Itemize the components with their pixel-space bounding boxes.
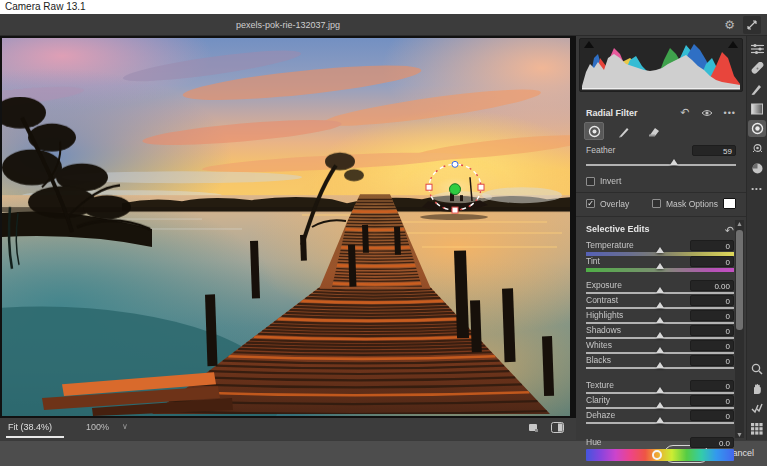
gizmo-handle-top [452, 161, 458, 167]
graduated-filter-tool-icon[interactable] [748, 100, 766, 117]
slider-value[interactable]: 0 [690, 380, 734, 391]
histogram[interactable] [579, 38, 743, 92]
slider-value[interactable]: 0.0 [690, 437, 734, 448]
slider-value[interactable]: 0 [690, 355, 734, 366]
slider-thumb[interactable] [656, 263, 664, 269]
chevron-down-icon[interactable]: ∨ [122, 422, 128, 431]
overlay-checkbox[interactable]: ✓ [586, 199, 595, 208]
more-options-icon[interactable]: ••• [724, 108, 736, 118]
slider-track[interactable] [586, 307, 734, 309]
slider-thumb[interactable] [652, 450, 662, 460]
fullscreen-icon[interactable] [743, 16, 761, 34]
adjustment-slider-row: Texture 0 [586, 380, 734, 395]
slider-value[interactable]: 0 [690, 340, 734, 351]
edit-tool-icon[interactable] [748, 40, 766, 57]
slider-value[interactable]: 0 [690, 410, 734, 421]
reset-icon[interactable]: ↶ [680, 106, 689, 119]
adjustment-slider-row: Blacks 0 [586, 355, 734, 370]
slider-track[interactable] [586, 392, 734, 394]
slider-thumb[interactable] [656, 362, 664, 368]
slider-thumb[interactable] [656, 287, 664, 293]
slider-label: Shadows [586, 325, 621, 335]
panel-scrollbar[interactable]: ▲ ▼ [735, 220, 744, 438]
slider-value[interactable]: 0 [690, 325, 734, 336]
mask-color-swatch[interactable] [723, 198, 736, 209]
slider-value[interactable]: 0 [690, 240, 734, 251]
slider-label: Clarity [586, 395, 610, 405]
invert-checkbox[interactable] [586, 177, 595, 186]
red-eye-tool-icon[interactable] [748, 140, 766, 157]
slider-track[interactable] [586, 337, 734, 339]
radial-filter-tool-icon[interactable] [748, 120, 766, 137]
selective-edits-section: Selective Edits ↶ Temperature 0 Tint 0 E… [576, 218, 746, 440]
slider-track[interactable] [586, 422, 734, 424]
preview-preferences-icon[interactable] [528, 423, 539, 433]
reset-icon[interactable]: ↶ [725, 224, 734, 237]
radial-filter-title: Radial Filter [586, 108, 638, 118]
slider-value[interactable]: 0 [690, 310, 734, 321]
slider-track[interactable] [586, 268, 734, 272]
slider-track[interactable] [586, 292, 734, 294]
eye-icon[interactable] [701, 109, 713, 117]
feather-value[interactable]: 59 [692, 145, 736, 156]
gear-icon[interactable]: ⚙ [724, 14, 735, 36]
adjustment-slider-row: Exposure 0.00 [586, 280, 734, 295]
scrollbar-thumb[interactable] [736, 230, 743, 330]
sampler-tool-icon[interactable] [748, 400, 766, 417]
zoom-tool-icon[interactable] [748, 360, 766, 377]
gizmo-handle-left [426, 184, 432, 190]
slider-track[interactable] [586, 367, 734, 369]
slider-thumb[interactable] [656, 247, 664, 253]
presets-tool-icon[interactable] [748, 160, 766, 177]
adjustment-slider-row: Shadows 0 [586, 325, 734, 340]
slider-value[interactable]: 0.00 [690, 280, 734, 291]
adjustment-slider-row: Highlights 0 [586, 310, 734, 325]
zoom-toolbar: Fit (38.4%) 100% ∨ [0, 418, 576, 440]
slider-thumb[interactable] [656, 347, 664, 353]
slider-label: Temperature [586, 240, 634, 250]
slider-value[interactable]: 0 [690, 256, 734, 267]
fit-selected-underline [6, 436, 64, 438]
slider-label: Tint [586, 256, 600, 266]
scroll-up-icon[interactable]: ▲ [735, 220, 744, 227]
adjustment-slider-row: Dehaze 0 [586, 410, 734, 425]
radial-new-tool-button[interactable] [584, 122, 604, 140]
before-after-view-icon[interactable] [551, 422, 564, 433]
slider-track[interactable] [586, 407, 734, 409]
scroll-down-icon[interactable]: ▼ [735, 431, 744, 438]
camera-raw-window: Camera Raw 13.1 pexels-pok-rie-132037.jp… [0, 0, 767, 466]
adjustment-slider-row: Temperature 0 [586, 240, 734, 256]
slider-track[interactable] [586, 322, 734, 324]
feather-label: Feather [586, 145, 615, 156]
gizmo-handle-right [478, 184, 484, 190]
zoom-level-button[interactable]: 100% [86, 422, 109, 432]
brush-tool-button[interactable] [614, 122, 634, 140]
feather-slider[interactable] [586, 164, 736, 166]
slider-label: Highlights [586, 310, 623, 320]
slider-track[interactable] [586, 449, 734, 461]
slider-thumb[interactable] [656, 387, 664, 393]
hand-tool-icon[interactable] [748, 380, 766, 397]
slider-thumb[interactable] [656, 417, 664, 423]
selective-edits-title: Selective Edits [586, 224, 650, 237]
photo-sunset-pier [2, 38, 570, 416]
more-tools-icon[interactable]: ••• [748, 180, 766, 197]
slider-track[interactable] [586, 352, 734, 354]
adjustment-brush-tool-icon[interactable] [748, 80, 766, 97]
slider-thumb[interactable] [656, 302, 664, 308]
slider-value[interactable]: 0 [690, 395, 734, 406]
slider-value[interactable]: 0 [690, 295, 734, 306]
eraser-tool-button[interactable] [644, 122, 664, 140]
slider-label: Dehaze [586, 410, 615, 420]
slider-label: Contrast [586, 295, 618, 305]
slider-thumb[interactable] [656, 402, 664, 408]
mask-options-checkbox[interactable] [652, 199, 661, 208]
feather-slider-thumb[interactable] [670, 159, 678, 165]
slider-thumb[interactable] [656, 317, 664, 323]
slider-thumb[interactable] [656, 332, 664, 338]
fit-zoom-button[interactable]: Fit (38.4%) [8, 422, 52, 432]
gizmo-center-pin [450, 184, 461, 195]
adjustment-slider-row: Whites 0 [586, 340, 734, 355]
grid-view-icon[interactable] [748, 420, 766, 437]
healing-tool-icon[interactable] [748, 60, 766, 77]
